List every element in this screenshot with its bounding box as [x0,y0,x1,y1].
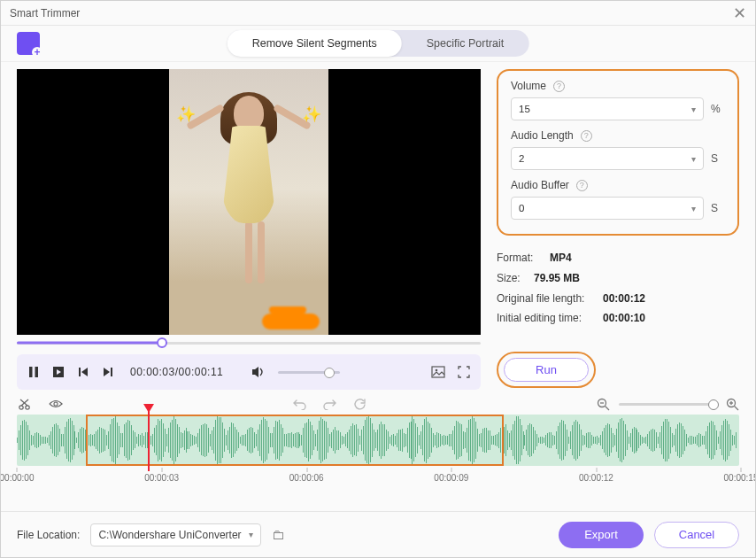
audio-length-label: Audio Length [511,129,574,142]
video-content: ✨✨ [169,69,328,335]
timeline: 00:00:0000:00:0300:00:0600:00:0900:00:12… [1,415,755,492]
settings-panel: Volume? 15▾ % Audio Length? 2▾ S Audio B… [497,69,739,236]
svg-rect-9 [432,367,444,377]
cancel-button[interactable]: Cancel [654,522,739,548]
orig-length-value: 00:00:12 [603,289,645,309]
window-title: Smart Trimmer [10,7,80,19]
svg-line-14 [21,399,28,406]
svg-marker-7 [104,368,110,376]
ruler-tick: 00:00:03 [144,473,179,483]
seek-bar[interactable] [17,337,481,349]
refresh-icon[interactable] [352,397,366,411]
svg-line-22 [734,406,738,410]
title-bar: Smart Trimmer ✕ [1,1,755,26]
footer: File Location: C:\Wondershare UniConvert… [1,511,755,557]
mode-tabs: Remove Silent Segments Specific Portrait [228,30,529,57]
svg-line-13 [20,399,27,406]
svg-rect-1 [35,367,39,377]
zoom-in-icon[interactable] [725,397,739,411]
audio-length-select[interactable]: 2▾ [511,147,704,170]
stop-button[interactable] [52,366,65,378]
init-edit-label: Initial editing time: [497,308,594,329]
help-icon[interactable]: ? [581,130,592,142]
fullscreen-icon[interactable] [458,366,470,378]
export-button[interactable]: Export [559,522,644,548]
zoom-out-icon[interactable] [596,397,610,411]
redo-icon[interactable] [322,397,336,411]
svg-rect-6 [111,368,112,376]
undo-icon[interactable] [292,397,306,411]
file-location-select[interactable]: C:\Wondershare UniConverter▾ [90,523,260,546]
format-value: MP4 [550,248,572,268]
init-edit-value: 00:00:10 [603,308,645,329]
tab-remove-silent[interactable]: Remove Silent Segments [228,30,402,57]
tab-specific-portrait[interactable]: Specific Portrait [402,30,529,57]
ruler-tick: 00:00:09 [434,473,468,483]
audio-length-unit: S [711,152,723,165]
app-logo-icon[interactable] [17,32,40,55]
svg-point-15 [54,402,58,406]
waveform[interactable] [17,415,739,466]
annotation-scribble [262,314,320,329]
ruler-tick: 00:00:00 [0,473,34,483]
volume-label: Volume [511,80,546,92]
close-icon[interactable]: ✕ [733,4,746,23]
pause-button[interactable] [27,366,40,378]
timecode: 00:00:03/00:00:11 [130,366,223,378]
snapshot-icon[interactable] [431,366,445,378]
help-icon[interactable]: ? [576,180,588,191]
player-controls: 00:00:03/00:00:11 [17,354,481,390]
run-button[interactable]: Run [504,358,589,382]
chevron-down-icon: ▾ [691,105,696,114]
volume-icon[interactable] [251,366,266,378]
ruler-tick: 00:00:12 [579,473,613,483]
cut-icon[interactable] [17,397,31,411]
playhead[interactable] [148,409,150,471]
svg-point-11 [19,405,22,408]
audio-buffer-select[interactable]: 0▾ [511,197,704,220]
file-info: Format:MP4 Size:79.95 MB Original file l… [497,248,739,329]
time-ruler: 00:00:0000:00:0300:00:0600:00:0900:00:12… [17,468,739,492]
chevron-down-icon: ▾ [691,204,696,213]
chevron-down-icon: ▾ [691,154,696,164]
preview-icon[interactable] [49,397,63,411]
audio-buffer-unit: S [711,202,723,214]
video-preview[interactable]: ✨✨ [17,69,481,335]
format-label: Format: [497,248,541,268]
folder-icon[interactable]: 🗀 [272,527,285,542]
svg-rect-4 [79,368,81,376]
file-location-label: File Location: [17,529,80,541]
audio-buffer-label: Audio Buffer [511,179,569,191]
orig-length-label: Original file length: [497,289,594,309]
help-icon[interactable]: ? [553,81,565,92]
prev-button[interactable] [77,366,89,378]
chevron-down-icon: ▾ [249,530,253,539]
volume-unit: % [711,103,723,115]
volume-select[interactable]: 15▾ [511,97,704,120]
svg-marker-5 [81,368,88,376]
ruler-tick: 00:00:15 [724,473,756,483]
size-label: Size: [497,268,525,289]
volume-slider[interactable] [278,371,340,374]
svg-point-12 [25,405,28,408]
run-highlight: Run [497,352,596,388]
svg-marker-8 [252,367,258,377]
size-value: 79.95 MB [534,268,580,289]
header: Remove Silent Segments Specific Portrait [1,26,755,61]
svg-point-10 [436,369,438,372]
svg-line-18 [605,406,609,410]
svg-rect-0 [29,367,33,377]
timeline-toolbar [1,390,755,415]
next-button[interactable] [102,366,114,378]
zoom-slider[interactable] [619,403,716,406]
ruler-tick: 00:00:06 [289,473,324,483]
